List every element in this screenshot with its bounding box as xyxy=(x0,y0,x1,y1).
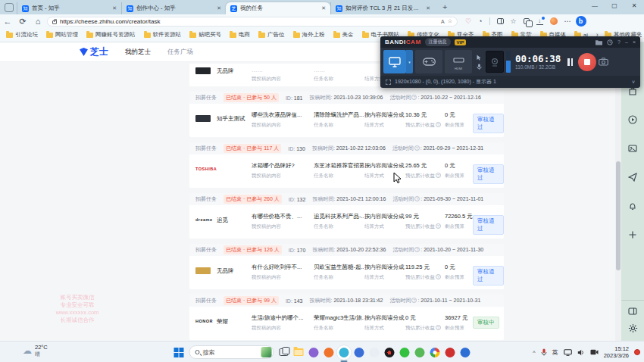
taskbar-app-icon[interactable] xyxy=(370,348,380,357)
file-explorer-icon[interactable] xyxy=(294,348,304,356)
pause-button[interactable] xyxy=(567,58,573,66)
webcam-preview[interactable] xyxy=(486,51,504,73)
extension-icon[interactable]: ◔ xyxy=(478,18,482,25)
tab-actions-icon[interactable] xyxy=(5,3,14,12)
favorite-add-icon[interactable]: ☆ xyxy=(448,18,452,24)
bookmark-folder[interactable]: 电商 xyxy=(230,31,250,39)
review-status-button[interactable]: 审核通过 xyxy=(473,266,504,286)
cursor-option-icon[interactable] xyxy=(477,55,482,61)
help-icon[interactable]: ? xyxy=(617,39,621,45)
refresh-icon[interactable]: ⟳ xyxy=(15,17,30,27)
task-row[interactable]: 知乎主测试 哪些洗衣液品牌值... 我投稿的内容 清除除螨洗护产品... 任务名… xyxy=(189,104,504,137)
close-button[interactable]: ✕ xyxy=(624,0,644,12)
browser-essentials-icon[interactable]: ♡ xyxy=(465,18,471,25)
notifications-icon[interactable] xyxy=(628,201,637,211)
new-tab-button[interactable]: ＋ xyxy=(441,2,449,12)
taskbar-app-icon[interactable] xyxy=(430,348,440,357)
image-creator-icon[interactable] xyxy=(628,144,637,153)
drop-icon[interactable] xyxy=(628,173,637,182)
content-title[interactable]: 冰箱哪个品牌好? xyxy=(252,162,312,170)
content-title[interactable]: 哪些洗衣液品牌值... xyxy=(252,111,312,119)
stop-recording-button[interactable] xyxy=(578,53,596,71)
nav-task-square[interactable]: 任务广场 xyxy=(167,48,193,57)
tab-close-icon[interactable]: ✕ xyxy=(112,5,117,11)
settings-more-icon[interactable]: ⋯ xyxy=(564,18,571,25)
bookmark-folder[interactable]: 美金 xyxy=(333,31,354,39)
task-row[interactable]: 无品牌 有什么好吃到停不... 我投稿的内容 贝欧宝益生菌糖-超... 任务名称… xyxy=(189,256,504,289)
ime-indicator[interactable]: 英 xyxy=(552,348,558,357)
task-view-button[interactable] xyxy=(280,348,289,356)
weather-widget[interactable]: ☁ 22°C晴 xyxy=(23,344,48,357)
mic-option-icon[interactable] xyxy=(477,64,482,70)
bookmark-folder[interactable]: 引流论坛 xyxy=(6,31,38,39)
speaker-tray-icon[interactable] xyxy=(577,349,585,356)
settings-icon[interactable] xyxy=(628,323,638,333)
bookmark-folder[interactable]: 广告位 xyxy=(258,31,285,39)
task-title[interactable]: 清除除螨洗护产品... xyxy=(314,111,364,119)
content-title[interactable]: 生活/旅途中的哪个... xyxy=(252,314,312,322)
back-icon[interactable]: ← xyxy=(0,17,15,26)
bookmark-folder[interactable]: 软件资源站 xyxy=(144,31,182,39)
game-recording-mode-button[interactable] xyxy=(415,50,442,73)
page-scrollbar-thumb[interactable] xyxy=(616,161,621,270)
review-status-button[interactable]: 审核通过 xyxy=(473,215,504,235)
downloads-icon[interactable]: ↓ xyxy=(536,18,543,25)
taskbar-app-icon[interactable] xyxy=(355,348,364,357)
search-highlight-thumbnail[interactable] xyxy=(261,347,272,357)
minimize-button[interactable]: — xyxy=(585,0,605,12)
display-tray-icon[interactable] xyxy=(564,349,572,356)
task-title[interactable]: 荣耀magic3生活/旅... xyxy=(314,314,364,322)
review-status-button[interactable]: 审核通过 xyxy=(473,114,504,133)
capture-region-bar[interactable]: 1920x1080 - (0, 0), (1920, 1080) - 显示器 1… xyxy=(380,76,640,88)
review-status-button[interactable]: 审核中 xyxy=(473,317,499,329)
screen-recording-mode-button[interactable] xyxy=(383,50,406,73)
add-tool-icon[interactable] xyxy=(628,230,637,239)
tab-close-icon[interactable]: ✕ xyxy=(426,5,430,11)
nav-my-cheese[interactable]: 我的芝士 xyxy=(125,48,151,57)
bookmark-folder[interactable]: 网站管理 xyxy=(46,31,78,39)
clock[interactable]: 15:12 2023/3/26 xyxy=(604,345,629,359)
taskbar-app-icon[interactable] xyxy=(385,348,395,357)
task-row[interactable]: HONOR 荣耀 生活/旅途中的哪个... 我投稿的内容 荣耀magic3生活/… xyxy=(189,307,504,340)
bookmark-folder[interactable]: 贴吧买号 xyxy=(189,31,221,39)
taskbar-app-icon[interactable] xyxy=(324,348,334,357)
task-title[interactable]: 贝欧宝益生菌糖-超... xyxy=(314,264,364,271)
customize-sidebar-icon[interactable] xyxy=(628,307,637,316)
open-folder-icon[interactable] xyxy=(596,39,602,45)
taskbar-app-icon[interactable] xyxy=(309,348,319,357)
taskbar-app-icon[interactable] xyxy=(445,348,455,357)
taskbar-app-icon[interactable] xyxy=(339,348,349,357)
browser-tab[interactable]: 知 创作中心 - 知乎 ✕ xyxy=(121,2,226,14)
task-row[interactable]: TOSHIBA 冰箱哪个品牌好? 我投稿的内容 东芝冰箱推荐官招募 任务名称 按… xyxy=(189,154,504,188)
content-title[interactable]: 有什么好吃到停不... xyxy=(252,264,312,271)
search-box[interactable]: 搜索 xyxy=(189,345,274,359)
copilot-bing-icon[interactable]: b xyxy=(576,16,586,27)
camera-tray-icon[interactable] xyxy=(590,349,599,355)
mode-dropdown-icon[interactable]: ▾ xyxy=(406,50,413,73)
task-title[interactable]: 追觅科技系列产品-... xyxy=(314,213,364,220)
clock-icon[interactable] xyxy=(607,39,613,45)
bandicam-minimize-icon[interactable]: – xyxy=(625,39,628,45)
tab-close-icon[interactable]: ✕ xyxy=(321,5,326,11)
start-button[interactable] xyxy=(174,348,184,357)
tab-close-icon[interactable]: ✕ xyxy=(217,5,221,11)
hidden-icons-chevron[interactable]: ^ xyxy=(533,350,535,355)
profile-avatar[interactable] xyxy=(550,17,558,25)
home-icon[interactable]: ⌂ xyxy=(30,17,45,26)
site-logo[interactable]: 芝士 xyxy=(80,45,108,58)
bookmark-folder[interactable]: 海外上粉 xyxy=(293,31,325,39)
favorites-icon[interactable]: ☆ xyxy=(511,18,517,25)
mic-tray-icon[interactable] xyxy=(541,348,547,356)
device-recording-mode-button[interactable]: HDMI xyxy=(445,50,472,73)
taskbar-app-icon[interactable] xyxy=(461,348,470,357)
bandicam-close-icon[interactable]: × xyxy=(633,39,636,45)
address-bar[interactable]: https://cheese.zhihu.com/creator/task A … xyxy=(47,17,458,27)
recording-indicator-icon[interactable] xyxy=(634,349,640,355)
review-status-button[interactable]: 审核通过 xyxy=(473,164,504,184)
read-aloud-icon[interactable]: A xyxy=(441,19,445,24)
taskbar-app-icon[interactable] xyxy=(400,348,410,357)
task-row[interactable]: dreame 追觅 有哪些价格不贵、... 我投稿的内容 追觅科技系列产品-..… xyxy=(189,205,504,239)
task-title[interactable]: 东芝冰箱推荐官招募 xyxy=(314,162,364,170)
url-text[interactable]: https://cheese.zhihu.com/creator/task xyxy=(60,18,438,25)
browser-tab[interactable]: 知 首页 - 知乎 ✕ xyxy=(17,2,121,14)
